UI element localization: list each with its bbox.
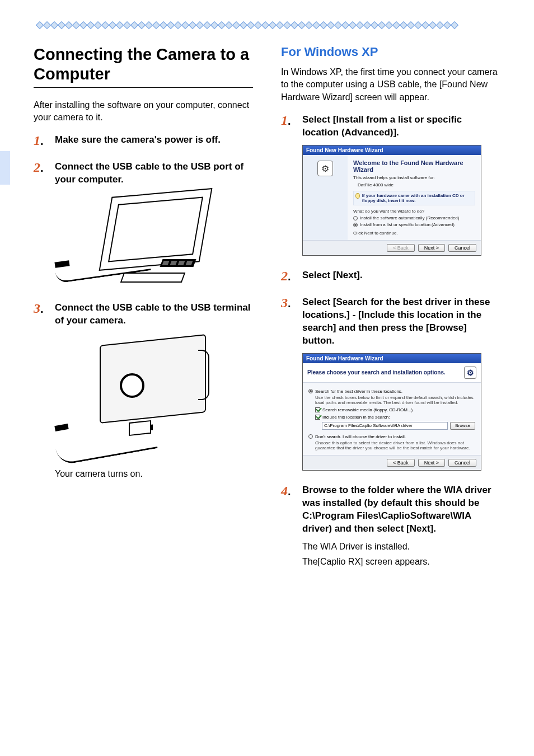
step-text: Select [Next].: [302, 269, 500, 282]
right-column: For Windows XP In Windows XP, the first …: [281, 45, 500, 581]
radio-icon: [308, 389, 313, 393]
wizard-hint-text: If your hardware came with an installati…: [362, 193, 473, 203]
step-number-icon: 1.: [281, 114, 297, 127]
option-label: Install from a list or specific location…: [360, 222, 455, 227]
usb-to-computer-illustration: [55, 193, 206, 288]
wizard-titlebar: Found New Hardware Wizard: [303, 145, 481, 155]
lightbulb-icon: [355, 193, 360, 199]
option-label: Search for the best driver in these loca…: [315, 389, 402, 394]
radio-icon: [308, 434, 313, 439]
step-2: 2. Connect the USB cable to the USB port…: [34, 161, 253, 288]
option-label: Don't search. I will choose the driver t…: [315, 434, 406, 439]
wizard-option-dont-search[interactable]: Don't search. I will choose the driver t…: [308, 434, 475, 439]
step-number-icon: 3.: [34, 302, 49, 315]
usb-to-camera-illustration: [55, 334, 206, 463]
step-text: Browse to the folder where the WIA drive…: [302, 484, 500, 536]
device-icon: ⚙: [464, 367, 476, 379]
checkbox-removable-media[interactable]: Search removable media (floppy, CD-ROM..…: [308, 407, 475, 412]
device-icon: ⚙: [317, 161, 333, 176]
radio-icon: [353, 216, 358, 220]
cancel-button[interactable]: Cancel: [448, 459, 476, 467]
wizard-dont-search-description: Choose this option to select the device …: [308, 439, 475, 450]
step-sub-text: The[Caplio RX] screen appears.: [302, 555, 500, 568]
wizard-search-description: Use the check boxes below to limit or ex…: [308, 394, 475, 405]
step-text: Select [Install from a list or specific …: [302, 114, 500, 139]
found-new-hardware-wizard-screenshot-1: Found New Hardware Wizard ⚙ Welcome to t…: [302, 145, 481, 256]
wizard-question: What do you want the wizard to do?: [353, 209, 475, 214]
checkbox-label: Search removable media (floppy, CD-ROM..…: [322, 407, 413, 412]
page: Connecting the Camera to a Computer Afte…: [0, 0, 534, 615]
step-text: Make sure the camera's power is off.: [55, 134, 253, 147]
step-r1: 1. Select [Install from a list or specif…: [281, 114, 500, 256]
step-number-icon: 4.: [281, 484, 297, 497]
step-number-icon: 3.: [281, 296, 297, 309]
back-button[interactable]: < Back: [387, 459, 415, 467]
wizard-hint-box: If your hardware came with an installati…: [353, 191, 475, 205]
subsection-heading: For Windows XP: [281, 45, 500, 59]
checkbox-include-location[interactable]: Include this location in the search:: [308, 415, 475, 420]
steps-left: 1. Make sure the camera's power is off. …: [34, 134, 253, 480]
steps-right: 1. Select [Install from a list or specif…: [281, 114, 500, 568]
wizard-device-name: DatFile 4000 wide: [358, 182, 475, 187]
wizard-welcome-title: Welcome to the Found New Hardware Wizard: [353, 159, 475, 173]
step-sub-text: The WIA Driver is installed.: [302, 540, 500, 553]
intro-paragraph: In Windows XP, the first time you connec…: [281, 66, 500, 104]
checkbox-label: Include this location in the search:: [322, 415, 390, 420]
step-number-icon: 2.: [281, 269, 297, 283]
browse-button[interactable]: Browse: [450, 422, 475, 430]
step-text: Select [Search for the best driver in th…: [302, 296, 500, 348]
wizard-header-text: Please choose your search and installati…: [307, 369, 446, 375]
step-number-icon: 2.: [34, 161, 49, 174]
wizard-option-auto[interactable]: Install the software automatically (Reco…: [353, 215, 475, 220]
option-label: Install the software automatically (Reco…: [360, 215, 459, 220]
step-number-icon: 1.: [34, 134, 49, 147]
path-input[interactable]: C:\Program Files\Caplio Software\WIA dri…: [322, 422, 448, 430]
radio-icon: [353, 223, 358, 227]
wizard-sidebar: ⚙: [303, 155, 348, 240]
step-text: Connect the USB cable to the USB port of…: [55, 161, 253, 186]
page-edge-tab: [0, 151, 10, 185]
wizard-option-list[interactable]: Install from a list or specific location…: [353, 222, 475, 227]
section-heading: Connecting the Camera to a Computer: [34, 45, 253, 88]
checkbox-icon: [315, 415, 320, 420]
wizard-titlebar: Found New Hardware Wizard: [303, 354, 481, 363]
step-r4: 4. Browse to the folder where the WIA dr…: [281, 484, 500, 568]
decorative-diamond-border: [34, 22, 500, 28]
intro-paragraph: After installing the software on your co…: [34, 99, 253, 124]
found-new-hardware-wizard-screenshot-2: Found New Hardware Wizard Please choose …: [302, 353, 481, 471]
step-3: 3. Connect the USB cable to the USB term…: [34, 302, 253, 480]
left-column: Connecting the Camera to a Computer Afte…: [34, 45, 253, 581]
wizard-helps-text: This wizard helps you install software f…: [353, 175, 475, 180]
step-text: Connect the USB cable to the USB termina…: [55, 302, 253, 327]
two-column-layout: Connecting the Camera to a Computer Afte…: [34, 45, 500, 581]
next-button[interactable]: Next >: [418, 244, 445, 252]
step-1: 1. Make sure the camera's power is off.: [34, 134, 253, 147]
step-r3: 3. Select [Search for the best driver in…: [281, 296, 500, 471]
checkbox-icon: [315, 407, 320, 412]
step-r2: 2. Select [Next].: [281, 269, 500, 283]
wizard-click-next-text: Click Next to continue.: [353, 231, 475, 236]
cancel-button[interactable]: Cancel: [448, 244, 476, 252]
step-sub-text: Your camera turns on.: [55, 467, 253, 480]
wizard-option-search-best[interactable]: Search for the best driver in these loca…: [308, 389, 475, 394]
next-button[interactable]: Next >: [418, 459, 445, 467]
back-button: < Back: [387, 244, 415, 252]
